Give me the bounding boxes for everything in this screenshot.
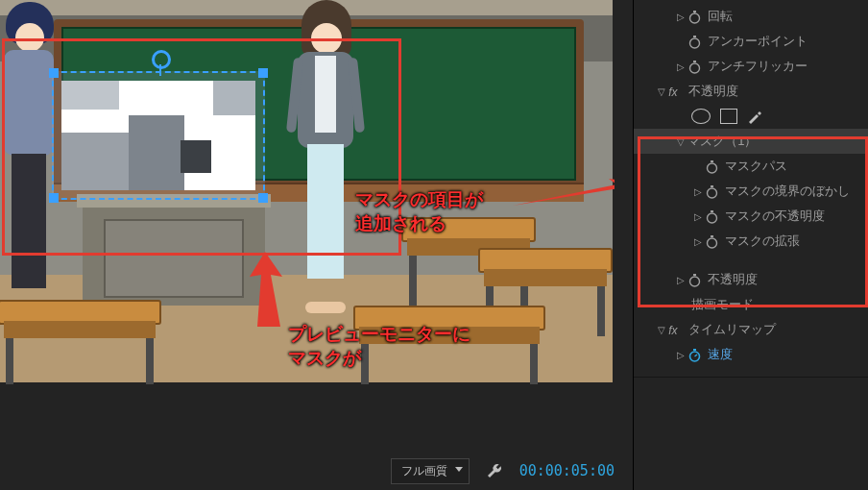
annotation-box-panel [638, 136, 868, 307]
stopwatch-icon[interactable] [687, 35, 702, 49]
chevron-right-icon[interactable] [674, 12, 687, 22]
svg-point-0 [690, 13, 700, 23]
svg-rect-1 [693, 11, 696, 12]
monitor-bottom-bar: フル画質 00:00:05:00 [0, 452, 634, 490]
annotation-text-preview: プレビューモニターに マスクが [288, 323, 470, 370]
group-time-remap[interactable]: fx タイムリマップ [634, 317, 868, 342]
annotation-arrow-up [236, 252, 294, 327]
chevron-right-icon[interactable] [674, 350, 687, 360]
group-opacity[interactable]: fx 不透明度 [634, 79, 868, 104]
group-label: 不透明度 [688, 83, 738, 100]
wrench-icon[interactable] [487, 463, 502, 478]
property-anchor-point[interactable]: アンカーポイント [634, 29, 868, 54]
annotation-text-mask-item: マスクの項目が 追加される [355, 188, 483, 235]
group-label: タイムリマップ [688, 321, 776, 338]
chevron-down-icon[interactable] [655, 325, 668, 335]
svg-line-19 [695, 355, 698, 356]
student-desk [0, 300, 161, 384]
property-anti-flicker[interactable]: アンチフリッカー [634, 54, 868, 79]
annotation-box-preview [2, 38, 401, 256]
stopwatch-icon-active[interactable] [687, 348, 702, 362]
preview-panel: マスクの項目が 追加される プレビューモニターに マスクが フル画質 [0, 0, 633, 490]
annotation-arrow-right [513, 179, 615, 217]
playback-quality-select[interactable]: フル画質 [391, 458, 470, 484]
program-monitor[interactable]: マスクの項目が 追加される プレビューモニターに マスクが [0, 0, 615, 384]
timecode-display[interactable]: 00:00:05:00 [519, 462, 615, 479]
ellipse-mask-icon[interactable] [691, 109, 711, 124]
rect-mask-icon[interactable] [720, 109, 737, 124]
property-speed[interactable]: 速度 [634, 342, 868, 367]
fx-icon[interactable]: fx [668, 86, 683, 98]
svg-point-3 [690, 38, 700, 48]
property-label: アンチフリッカー [708, 58, 808, 75]
stopwatch-icon[interactable] [687, 60, 702, 74]
divider [634, 377, 868, 378]
property-rotation[interactable]: 回転 [634, 4, 868, 29]
property-label: 回転 [708, 8, 733, 25]
property-label: アンカーポイント [708, 33, 808, 50]
stopwatch-icon[interactable] [687, 10, 702, 24]
svg-rect-6 [693, 61, 696, 62]
pen-mask-icon[interactable] [747, 109, 762, 124]
chevron-down-icon[interactable] [655, 86, 668, 97]
chevron-down-icon [455, 467, 463, 472]
svg-point-5 [690, 63, 700, 73]
fx-icon[interactable]: fx [668, 324, 683, 336]
property-label: 速度 [708, 346, 733, 363]
svg-rect-4 [693, 36, 696, 37]
mask-shape-tools [634, 104, 868, 129]
svg-rect-18 [693, 349, 696, 351]
playback-quality-label: フル画質 [401, 464, 447, 478]
chevron-right-icon[interactable] [674, 61, 687, 72]
